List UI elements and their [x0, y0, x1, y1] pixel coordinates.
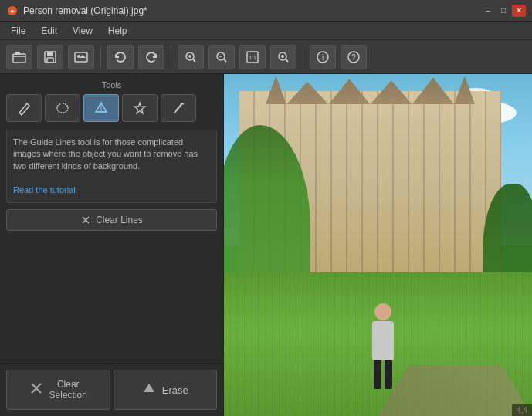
svg-text:✦: ✦: [9, 8, 15, 15]
erase-label: Erase: [162, 384, 188, 396]
save-button[interactable]: [37, 45, 63, 69]
erase-icon: [142, 381, 156, 398]
toolbar: 1:1 i ?: [0, 40, 532, 74]
menu-file[interactable]: File: [3, 24, 33, 38]
minimize-button[interactable]: –: [481, 5, 495, 17]
clear-selection-label: Clear Selection: [49, 379, 87, 401]
separator-1: [100, 46, 101, 68]
tutorial-link[interactable]: Read the tutorial: [13, 185, 76, 194]
svg-point-14: [281, 55, 284, 58]
app-icon: ✦: [6, 5, 19, 17]
redo-button[interactable]: [138, 45, 164, 69]
person-legs: [374, 360, 392, 389]
main-content: Tools The Guide Lines too: [0, 74, 532, 416]
title-bar: ✦ Person removal (Original).jpg* – □ ✕: [0, 0, 532, 22]
preview-button[interactable]: [68, 45, 94, 69]
help-button[interactable]: ?: [341, 45, 367, 69]
clear-lines-button[interactable]: Clear Lines: [6, 209, 217, 231]
tools-row: [6, 94, 217, 122]
window-title: Person removal (Original).jpg*: [23, 5, 147, 16]
svg-rect-3: [15, 52, 20, 55]
lasso-tool[interactable]: [45, 94, 80, 122]
description-text: The Guide Lines tool is for those compli…: [13, 137, 198, 171]
status-bar: 4,4: [512, 404, 532, 416]
bottom-actions: Clear Selection Erase: [0, 363, 223, 416]
menu-view[interactable]: View: [65, 24, 100, 38]
title-bar-left: ✦ Person removal (Original).jpg*: [6, 5, 147, 17]
person-figure: [372, 303, 394, 389]
clear-selection-icon: [29, 381, 43, 398]
left-panel: Tools The Guide Lines too: [0, 74, 224, 416]
marker-tool[interactable]: [6, 94, 42, 122]
tools-label: Tools: [6, 80, 217, 90]
svg-text:1:1: 1:1: [249, 55, 256, 60]
menu-bar: File Edit View Help: [0, 22, 532, 40]
menu-help[interactable]: Help: [100, 24, 135, 38]
separator-3: [303, 46, 303, 68]
photo-area: [224, 74, 532, 416]
svg-point-8: [77, 55, 80, 58]
fit-button[interactable]: 1:1: [239, 45, 266, 69]
svg-text:i: i: [322, 53, 324, 62]
person-head: [374, 303, 391, 320]
open-button[interactable]: [6, 45, 32, 69]
svg-rect-5: [47, 52, 53, 56]
zoom-select-button[interactable]: [270, 45, 296, 69]
separator-2: [171, 46, 171, 68]
brush-tool[interactable]: [161, 94, 196, 122]
image-panel[interactable]: 4,4: [224, 74, 532, 416]
clear-lines-label: Clear Lines: [96, 215, 143, 225]
clear-selection-button[interactable]: Clear Selection: [6, 370, 110, 410]
close-button[interactable]: ✕: [512, 5, 526, 17]
info-button[interactable]: i: [310, 45, 336, 69]
person-body: [372, 321, 394, 360]
coords: 4,4: [517, 406, 527, 414]
svg-rect-2: [13, 54, 25, 63]
svg-text:?: ?: [351, 53, 356, 62]
svg-marker-22: [144, 384, 154, 392]
magic-tool[interactable]: [122, 94, 158, 122]
undo-button[interactable]: [107, 45, 134, 69]
zoom-out-button[interactable]: [208, 45, 235, 69]
erase-button[interactable]: Erase: [114, 370, 218, 410]
person-leg-right: [385, 360, 392, 389]
maximize-button[interactable]: □: [496, 5, 510, 17]
person-leg-left: [374, 360, 381, 389]
tool-description: The Guide Lines tool is for those compli…: [6, 130, 217, 203]
guide-tool[interactable]: [83, 94, 119, 122]
menu-edit[interactable]: Edit: [33, 24, 65, 38]
window-controls: – □ ✕: [481, 5, 526, 17]
svg-rect-6: [47, 58, 53, 63]
zoom-in-button[interactable]: [178, 45, 204, 69]
tools-section: Tools The Guide Lines too: [0, 74, 223, 363]
